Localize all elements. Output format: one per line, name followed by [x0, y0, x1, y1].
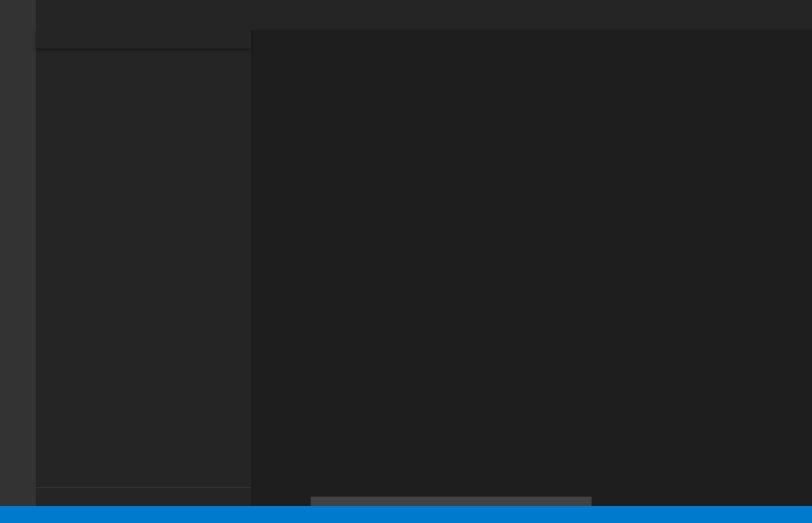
code-editor[interactable] — [251, 48, 812, 506]
status-bar — [0, 506, 812, 523]
explorer-sidebar — [36, 0, 251, 506]
explorer-title-row — [36, 0, 251, 30]
file-tree — [36, 48, 251, 487]
chevron-down-icon — [37, 32, 51, 46]
breadcrumb — [251, 30, 812, 48]
horizontal-scrollbar[interactable] — [311, 497, 592, 506]
explorer-more-actions-icon[interactable] — [226, 9, 239, 22]
activity-bar — [0, 0, 36, 506]
editor-group — [251, 0, 812, 506]
tab-bar — [251, 0, 812, 30]
workspace-section-header[interactable] — [36, 30, 251, 48]
vscode-window: { "colors": { "accent": "#007ACC", "warn… — [0, 0, 812, 523]
main-layout — [0, 0, 812, 506]
outline-section-header[interactable] — [36, 487, 251, 506]
chevron-right-icon — [39, 491, 53, 504]
